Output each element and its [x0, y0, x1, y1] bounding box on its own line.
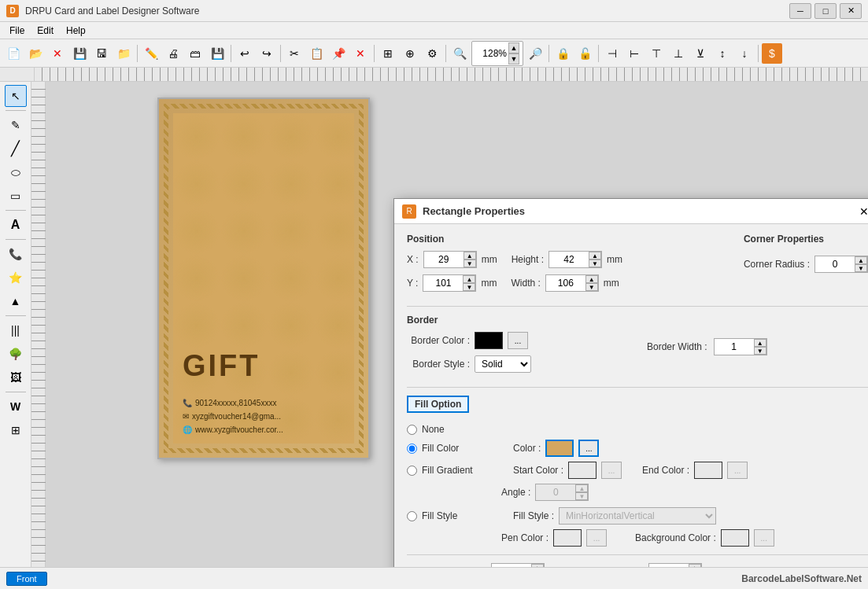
fill-option-tab[interactable]: Fill Option — [407, 396, 469, 413]
text-tool[interactable]: A — [5, 214, 27, 236]
db2-btn[interactable]: 💾 — [207, 43, 227, 64]
corner-section: Corner Properties Corner Radius : 0 ▲ ▼ — [744, 234, 868, 298]
y-up-btn[interactable]: ▲ — [463, 275, 475, 283]
dialog-title-bar: R Rectangle Properties ✕ — [394, 199, 868, 224]
top-section: Position X : 29 ▲ ▼ mm — [407, 234, 868, 298]
border-section: Border Border Color : ... Border Style :… — [407, 315, 868, 379]
fill-gradient-radio[interactable] — [407, 466, 417, 476]
close-doc-button[interactable]: ✕ — [47, 43, 68, 64]
angle-input[interactable]: 0 — [536, 485, 575, 499]
height-up-btn[interactable]: ▲ — [589, 252, 601, 260]
undo-btn[interactable]: ↩ — [235, 43, 255, 64]
image-tool[interactable]: 🌳 — [5, 343, 27, 365]
rotation-up-btn[interactable]: ▲ — [689, 564, 701, 567]
border-width-down-btn[interactable]: ▼ — [754, 347, 766, 355]
letter-tool[interactable]: W — [5, 396, 27, 418]
fill-style-select[interactable]: MinHorizontalVertical Horizontal Vertica… — [559, 507, 716, 525]
border-color-picker-btn[interactable]: ... — [508, 332, 528, 349]
end-color-btn[interactable]: ... — [727, 462, 748, 479]
y-down-btn[interactable]: ▼ — [463, 283, 475, 291]
minimize-button[interactable]: ─ — [789, 3, 811, 19]
menu-edit[interactable]: Edit — [31, 24, 60, 38]
delete-btn[interactable]: ✕ — [350, 43, 371, 64]
corner-down-btn[interactable]: ▼ — [855, 264, 867, 272]
paste-btn[interactable]: 📌 — [328, 43, 349, 64]
menu-help[interactable]: Help — [60, 24, 92, 38]
front-tab[interactable]: Front — [6, 572, 47, 586]
db-btn[interactable]: 🗃 — [185, 43, 205, 64]
x-input[interactable]: 29 — [424, 252, 464, 267]
grid-btn[interactable]: ⊞ — [378, 43, 398, 64]
line-tool[interactable]: ╱ — [5, 138, 27, 160]
close-button[interactable]: ✕ — [840, 3, 862, 19]
edit-btn[interactable]: ✏️ — [141, 43, 161, 64]
start-color-btn[interactable]: ... — [601, 462, 622, 479]
print-btn[interactable]: 🖨 — [163, 43, 183, 64]
zoom-input[interactable]: 128% — [475, 48, 507, 59]
star-tool[interactable]: ⭐ — [5, 267, 27, 289]
width-up-btn[interactable]: ▲ — [585, 275, 598, 283]
bg-color-btn[interactable]: ... — [754, 529, 774, 547]
width-input[interactable]: 106 — [546, 276, 585, 290]
border-style-select[interactable]: Solid Dashed Dotted Double — [475, 355, 531, 373]
copy-btn[interactable]: 📋 — [306, 43, 327, 64]
pattern-tool[interactable]: ⊞ — [5, 419, 27, 441]
zoom-out-btn[interactable]: 🔎 — [525, 43, 545, 64]
lock1-btn[interactable]: 🔒 — [552, 43, 573, 64]
main-layout: ↖ ✎ ╱ ⬭ ▭ A 📞 ⭐ ▲ ||| 🌳 🖼 W ⊞ 1 2 3 4 5 … — [0, 82, 868, 567]
pen-color-btn[interactable]: ... — [586, 529, 607, 547]
phone-icon[interactable]: 📞 — [5, 243, 27, 265]
border-width-spin: 1 ▲ ▼ — [714, 338, 767, 355]
fill-color-radio[interactable] — [407, 444, 417, 454]
fill-none-radio[interactable] — [407, 425, 417, 435]
height-input[interactable]: 42 — [549, 252, 589, 267]
align4-btn[interactable]: ⊥ — [668, 43, 689, 64]
height-down-btn[interactable]: ▼ — [589, 260, 601, 267]
fill-style-radio[interactable] — [407, 511, 417, 521]
maximize-button[interactable]: □ — [814, 3, 837, 19]
align1-btn[interactable]: ⊣ — [602, 43, 622, 64]
browse-button[interactable]: 📁 — [113, 43, 134, 64]
zoom-in-btn[interactable]: 🔍 — [449, 43, 470, 64]
zoom-down-btn[interactable]: ▼ — [508, 53, 519, 64]
image2-tool[interactable]: 🖼 — [5, 366, 27, 388]
dialog-close-button[interactable]: ✕ — [855, 203, 868, 220]
border-width-input[interactable]: 1 — [715, 340, 754, 354]
transparency-up-btn[interactable]: ▲ — [531, 564, 544, 567]
barcode-tool[interactable]: ||| — [5, 319, 27, 341]
align-btn[interactable]: ⊕ — [400, 43, 420, 64]
settings-btn[interactable]: ⚙ — [422, 43, 442, 64]
border-width-up-btn[interactable]: ▲ — [754, 339, 766, 347]
align7-btn[interactable]: ↓ — [734, 43, 755, 64]
zoom-up-btn[interactable]: ▲ — [508, 42, 519, 53]
fill-color-picker-btn[interactable]: ... — [578, 440, 599, 457]
ellipse-tool[interactable]: ⬭ — [5, 161, 27, 183]
open-button[interactable]: 📂 — [25, 43, 46, 64]
width-down-btn[interactable]: ▼ — [585, 283, 598, 291]
redo-btn[interactable]: ↪ — [257, 43, 277, 64]
align6-btn[interactable]: ↕ — [712, 43, 733, 64]
cut-btn[interactable]: ✂ — [284, 43, 305, 64]
align2-btn[interactable]: ⊢ — [624, 43, 645, 64]
x-down-btn[interactable]: ▼ — [464, 260, 476, 267]
corner-radius-input[interactable]: 0 — [815, 257, 855, 271]
rotation-input[interactable]: 0 — [649, 565, 689, 567]
align5-btn[interactable]: ⊻ — [690, 43, 711, 64]
angle-down-btn[interactable]: ▼ — [575, 492, 588, 500]
y-input[interactable]: 101 — [423, 276, 463, 290]
select-tool[interactable]: ↖ — [5, 85, 27, 107]
corner-up-btn[interactable]: ▲ — [855, 256, 867, 264]
pen-tool[interactable]: ✎ — [5, 114, 27, 136]
rect-tool[interactable]: ▭ — [5, 185, 27, 207]
menu-file[interactable]: File — [3, 24, 31, 38]
x-up-btn[interactable]: ▲ — [464, 252, 476, 260]
new-button[interactable]: 📄 — [3, 43, 24, 64]
save-as-button[interactable]: 🖫 — [91, 43, 112, 64]
angle-up-btn[interactable]: ▲ — [575, 484, 588, 492]
save-button[interactable]: 💾 — [69, 43, 90, 64]
align3-btn[interactable]: ⊤ — [646, 43, 667, 64]
lock2-btn[interactable]: 🔓 — [574, 43, 595, 64]
transparency-input[interactable]: 100 — [492, 565, 531, 567]
dollar-btn[interactable]: $ — [762, 43, 782, 64]
triangle-tool[interactable]: ▲ — [5, 290, 27, 312]
